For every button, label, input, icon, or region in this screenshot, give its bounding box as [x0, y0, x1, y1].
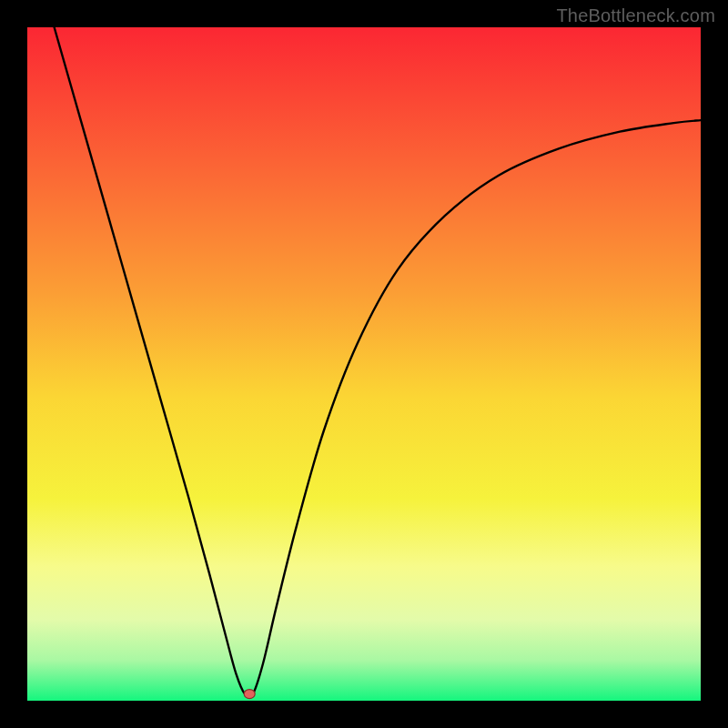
chart-frame: TheBottleneck.com — [0, 0, 728, 728]
bottleneck-chart — [27, 27, 701, 701]
chart-background — [27, 27, 701, 701]
watermark-label: TheBottleneck.com — [556, 5, 715, 26]
min-marker — [244, 690, 255, 699]
